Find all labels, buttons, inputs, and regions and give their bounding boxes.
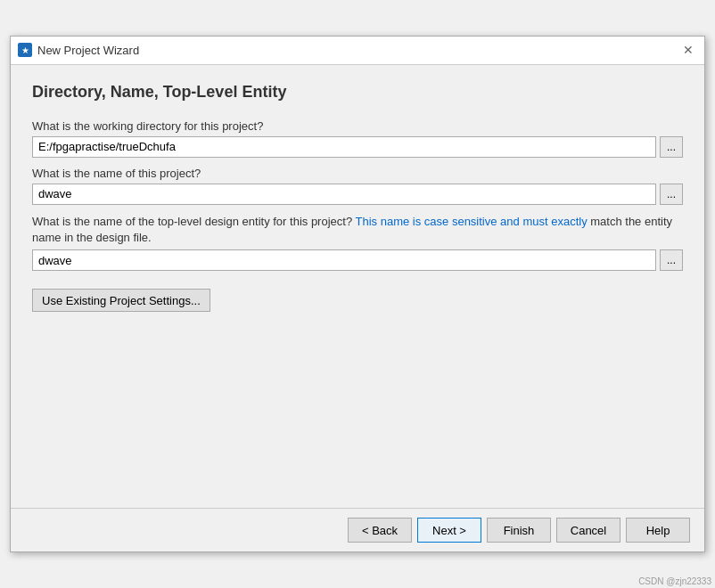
page-title: Directory, Name, Top-Level Entity <box>32 83 683 102</box>
close-button[interactable]: ✕ <box>679 41 697 59</box>
next-button[interactable]: Next > <box>417 518 481 543</box>
wizard-content: Directory, Name, Top-Level Entity What i… <box>11 65 704 508</box>
help-button[interactable]: Help <box>626 518 690 543</box>
watermark-text: CSDN @zjn22333 <box>638 576 711 586</box>
entity-browse-button[interactable]: ... <box>660 249 683 271</box>
entity-label-highlight: This name is case sensitive and must exa… <box>356 215 588 228</box>
directory-group: What is the working directory for this p… <box>32 119 683 158</box>
name-input-row: ... <box>32 184 683 205</box>
window-title: New Project Wizard <box>37 44 139 57</box>
name-browse-button[interactable]: ... <box>660 184 683 205</box>
directory-browse-button[interactable]: ... <box>660 136 683 158</box>
title-bar: New Project Wizard ✕ <box>11 37 704 65</box>
name-input[interactable] <box>32 184 656 205</box>
directory-input-row: ... <box>32 136 683 158</box>
entity-group: What is the name of the top-level design… <box>32 214 683 271</box>
name-group: What is the name of this project? ... <box>32 167 683 205</box>
title-bar-left: New Project Wizard <box>18 43 139 57</box>
back-button[interactable]: < Back <box>348 518 412 543</box>
entity-input-row: ... <box>32 249 683 271</box>
content-spacer <box>32 312 683 490</box>
app-icon <box>18 43 32 57</box>
entity-input[interactable] <box>32 249 656 271</box>
entity-label-part1: What is the name of the top-level design… <box>32 215 352 228</box>
directory-label: What is the working directory for this p… <box>32 119 683 133</box>
finish-button[interactable]: Finish <box>487 518 551 543</box>
directory-input[interactable] <box>32 136 656 158</box>
name-label: What is the name of this project? <box>32 167 683 180</box>
cancel-button[interactable]: Cancel <box>556 518 620 543</box>
wizard-window: New Project Wizard ✕ Directory, Name, To… <box>10 36 705 552</box>
existing-settings-button[interactable]: Use Existing Project Settings... <box>32 289 210 312</box>
entity-description: What is the name of the top-level design… <box>32 214 683 246</box>
wizard-footer: < Back Next > Finish Cancel Help <box>11 508 704 551</box>
